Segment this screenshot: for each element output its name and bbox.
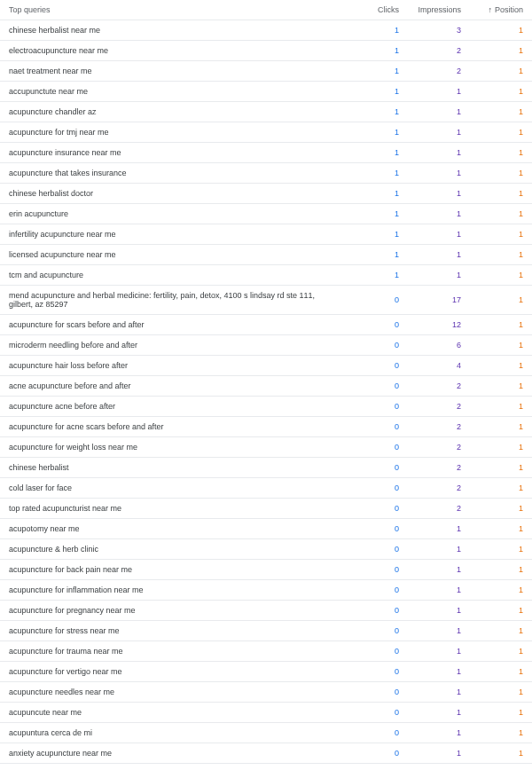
query-text[interactable]: erin acupuncture: [9, 209, 337, 218]
query-text[interactable]: tcm and acupuncture: [9, 271, 337, 279]
query-text[interactable]: chinese herbalist: [9, 463, 337, 472]
table-row[interactable]: acupuncture for tmj near me111: [0, 122, 532, 143]
clicks-value: 1: [337, 67, 399, 75]
query-text[interactable]: acupuncture for vertigo near me: [9, 667, 337, 676]
table-row[interactable]: acupuncture for scars before and after01…: [0, 315, 532, 335]
query-text[interactable]: acupuncture insurance near me: [9, 148, 337, 157]
query-text[interactable]: top rated acupuncturist near me: [9, 504, 337, 513]
table-row[interactable]: acupuntura cerca de mi011: [0, 723, 532, 743]
table-row[interactable]: acupuncture chandler az111: [0, 102, 532, 122]
position-value: 1: [461, 271, 523, 279]
table-row[interactable]: top rated acupuncturist near me021: [0, 499, 532, 519]
impressions-value: 1: [399, 708, 461, 717]
query-text[interactable]: acupuncture for tmj near me: [9, 128, 337, 137]
clicks-value: 0: [337, 626, 399, 635]
query-text[interactable]: infertility acupuncture near me: [9, 230, 337, 239]
table-row[interactable]: accupunctute near me111: [0, 82, 532, 102]
query-text[interactable]: microderm needling before and after: [9, 341, 337, 350]
table-body: chinese herbalist near me131electroacupu…: [0, 20, 532, 764]
table-row[interactable]: acupuncture for back pain near me011: [0, 560, 532, 580]
query-text[interactable]: acupuncture for back pain near me: [9, 565, 337, 574]
header-top-queries[interactable]: Top queries: [9, 5, 337, 14]
position-value: 1: [461, 361, 523, 370]
clicks-value: 0: [337, 422, 399, 431]
query-text[interactable]: chinese herbalist near me: [9, 26, 337, 35]
position-value: 1: [461, 230, 523, 239]
header-clicks[interactable]: Clicks: [337, 5, 399, 14]
query-text[interactable]: mend acupuncture and herbal medicine: fe…: [9, 291, 337, 309]
query-text[interactable]: licensed acupuncture near me: [9, 250, 337, 259]
position-value: 1: [461, 148, 523, 157]
table-row[interactable]: chinese herbalist021: [0, 458, 532, 478]
query-text[interactable]: acupotomy near me: [9, 524, 337, 533]
query-text[interactable]: acupuncture needles near me: [9, 688, 337, 696]
table-row[interactable]: naet treatment near me121: [0, 61, 532, 82]
query-text[interactable]: acupuncute near me: [9, 708, 337, 717]
table-row[interactable]: acupuncture for pregnancy near me011: [0, 601, 532, 621]
table-row[interactable]: infertility acupuncture near me111: [0, 224, 532, 245]
query-text[interactable]: acupuncture for inflammation near me: [9, 585, 337, 594]
clicks-value: 0: [337, 295, 399, 304]
query-text[interactable]: accupunctute near me: [9, 87, 337, 96]
table-row[interactable]: acupuncture that takes insurance111: [0, 163, 532, 184]
query-text[interactable]: acupuncture for weight loss near me: [9, 443, 337, 452]
position-value: 1: [461, 463, 523, 472]
table-row[interactable]: acne acupuncture before and after021: [0, 376, 532, 397]
table-row[interactable]: acupuncture for trauma near me011: [0, 641, 532, 662]
query-text[interactable]: acne acupuncture before and after: [9, 381, 337, 390]
query-text[interactable]: acupuncture hair loss before after: [9, 361, 337, 370]
table-row[interactable]: microderm needling before and after061: [0, 335, 532, 356]
query-text[interactable]: acupuncture for scars before and after: [9, 320, 337, 329]
query-text[interactable]: acupuncture chandler az: [9, 107, 337, 116]
position-value: 1: [461, 647, 523, 656]
table-row[interactable]: acupuncture for stress near me011: [0, 621, 532, 641]
impressions-value: 1: [399, 545, 461, 554]
table-row[interactable]: acupotomy near me011: [0, 519, 532, 539]
table-row[interactable]: cold laser for face021: [0, 478, 532, 499]
table-row[interactable]: acupuncture & herb clinic011: [0, 539, 532, 560]
table-row[interactable]: acupuncture for acne scars before and af…: [0, 417, 532, 437]
query-text[interactable]: acupuncture that takes insurance: [9, 169, 337, 177]
table-row[interactable]: mend acupuncture and herbal medicine: fe…: [0, 286, 532, 315]
query-text[interactable]: acupuncture for trauma near me: [9, 647, 337, 656]
table-row[interactable]: anxiety acupuncture near me011: [0, 743, 532, 764]
table-row[interactable]: acupuncture hair loss before after041: [0, 356, 532, 376]
table-row[interactable]: erin acupuncture111: [0, 204, 532, 224]
query-text[interactable]: electroacupuncture near me: [9, 46, 337, 55]
header-position[interactable]: ↑ Position: [461, 5, 523, 14]
table-row[interactable]: acupuncture insurance near me111: [0, 143, 532, 163]
query-text[interactable]: cold laser for face: [9, 483, 337, 492]
table-row[interactable]: electroacupuncture near me121: [0, 41, 532, 61]
impressions-value: 2: [399, 422, 461, 431]
table-row[interactable]: chinese herbalist doctor111: [0, 184, 532, 204]
query-text[interactable]: naet treatment near me: [9, 67, 337, 75]
position-value: 1: [461, 250, 523, 259]
position-value: 1: [461, 749, 523, 758]
query-text[interactable]: acupuncture for acne scars before and af…: [9, 422, 337, 431]
query-text[interactable]: acupuntura cerca de mi: [9, 728, 337, 737]
position-value: 1: [461, 107, 523, 116]
query-text[interactable]: acupuncture for pregnancy near me: [9, 606, 337, 615]
queries-table: Top queries Clicks Impressions ↑ Positio…: [0, 0, 532, 764]
query-text[interactable]: chinese herbalist doctor: [9, 189, 337, 198]
table-row[interactable]: acupuncture needles near me011: [0, 682, 532, 703]
position-value: 1: [461, 504, 523, 513]
table-row[interactable]: acupuncture for inflammation near me011: [0, 580, 532, 601]
table-row[interactable]: chinese herbalist near me131: [0, 20, 532, 41]
table-row[interactable]: acupuncture acne before after021: [0, 397, 532, 417]
position-value: 1: [461, 524, 523, 533]
table-row[interactable]: tcm and acupuncture111: [0, 265, 532, 286]
clicks-value: 0: [337, 320, 399, 329]
table-row[interactable]: acupuncture for weight loss near me021: [0, 437, 532, 458]
clicks-value: 0: [337, 565, 399, 574]
table-row[interactable]: acupuncture for vertigo near me011: [0, 662, 532, 682]
table-row[interactable]: acupuncute near me011: [0, 703, 532, 723]
query-text[interactable]: anxiety acupuncture near me: [9, 749, 337, 758]
header-impressions[interactable]: Impressions: [399, 5, 461, 14]
query-text[interactable]: acupuncture & herb clinic: [9, 545, 337, 554]
impressions-value: 1: [399, 749, 461, 758]
table-row[interactable]: licensed acupuncture near me111: [0, 245, 532, 265]
query-text[interactable]: acupuncture for stress near me: [9, 626, 337, 635]
clicks-value: 0: [337, 728, 399, 737]
query-text[interactable]: acupuncture acne before after: [9, 402, 337, 411]
